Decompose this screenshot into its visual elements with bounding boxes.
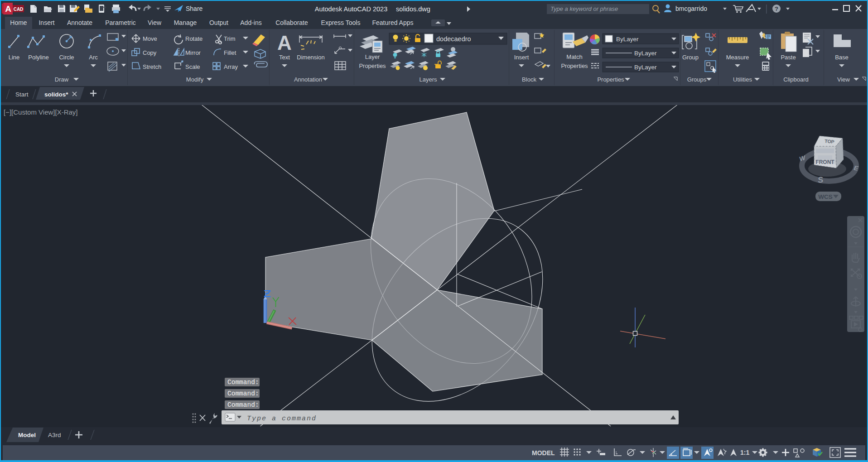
svg-text:Layers: Layers [419,76,437,83]
svg-text:Draw: Draw [55,76,69,83]
svg-text:MODEL: MODEL [532,449,555,457]
svg-text:Base: Base [835,54,849,61]
svg-text:Mirror: Mirror [185,49,201,56]
svg-text:Fillet: Fillet [224,49,236,56]
svg-text:Clipboard: Clipboard [783,76,809,83]
svg-text:Line: Line [9,54,20,61]
svg-text:Layer: Layer [365,53,380,60]
svg-text:Type a command: Type a command [247,415,317,423]
svg-text:[−][Custom View][X-Ray]: [−][Custom View][X-Ray] [4,108,78,116]
svg-text:Rotate: Rotate [185,35,203,42]
svg-text:Command:: Command: [227,379,259,386]
svg-text:Measure: Measure [726,54,749,61]
svg-text:Text: Text [279,54,290,61]
svg-text:Dimension: Dimension [297,54,324,61]
svg-text:Polyline: Polyline [28,54,49,61]
svg-text:Properties: Properties [597,76,624,83]
svg-text:WCS: WCS [818,193,833,200]
svg-text:Utilities: Utilities [733,76,752,83]
svg-text:Annotation: Annotation [294,76,322,83]
svg-text:Arc: Arc [89,54,98,61]
svg-text:A: A [277,32,292,54]
svg-text:Stretch: Stretch [143,63,161,70]
svg-text:Insert: Insert [514,54,529,61]
svg-text:Trim: Trim [224,35,236,42]
svg-text:A3rd: A3rd [48,432,61,438]
svg-text:Share: Share [186,5,203,12]
svg-text:Type a keyword or phrase: Type a keyword or phrase [550,5,618,12]
svg-text:Group: Group [682,54,699,61]
svg-text:Start: Start [15,91,29,98]
svg-text:Command:: Command: [227,401,259,409]
svg-text:Properties: Properties [359,63,386,69]
svg-text:dodecaedro: dodecaedro [436,35,471,43]
svg-text:S: S [817,175,824,184]
svg-text:Array: Array [224,63,238,70]
svg-text:Block: Block [522,76,536,83]
svg-text:ByLayer: ByLayer [634,50,657,57]
svg-text:Modify: Modify [186,76,204,83]
svg-text:1:1: 1:1 [740,449,749,456]
svg-text:A: A [5,4,11,14]
svg-text:FRONT: FRONT [815,159,834,165]
svg-text:ByLayer: ByLayer [616,36,639,43]
svg-text:solidos*: solidos* [44,91,68,98]
svg-text:Command:: Command: [227,390,259,397]
svg-text:Circle: Circle [59,54,74,61]
svg-text:View: View [837,76,850,83]
svg-text:Groups: Groups [687,76,707,83]
svg-text:Paste: Paste [781,54,796,61]
svg-text:bmcgarrido: bmcgarrido [675,5,707,12]
svg-text:Move: Move [143,35,157,42]
svg-text:Copy: Copy [143,49,157,56]
svg-text:Scale: Scale [185,63,200,70]
svg-text:solidos.dwg: solidos.dwg [396,5,430,13]
svg-text:Autodesk AutoCAD 2023: Autodesk AutoCAD 2023 [315,5,387,13]
svg-text:ByLayer: ByLayer [634,64,657,71]
svg-text:Match: Match [566,53,582,60]
svg-text:CAD: CAD [14,7,24,12]
svg-text:TOP: TOP [825,138,834,144]
svg-text:Properties: Properties [561,63,588,69]
svg-text:Model: Model [18,432,36,438]
svg-text:?: ? [775,5,778,12]
